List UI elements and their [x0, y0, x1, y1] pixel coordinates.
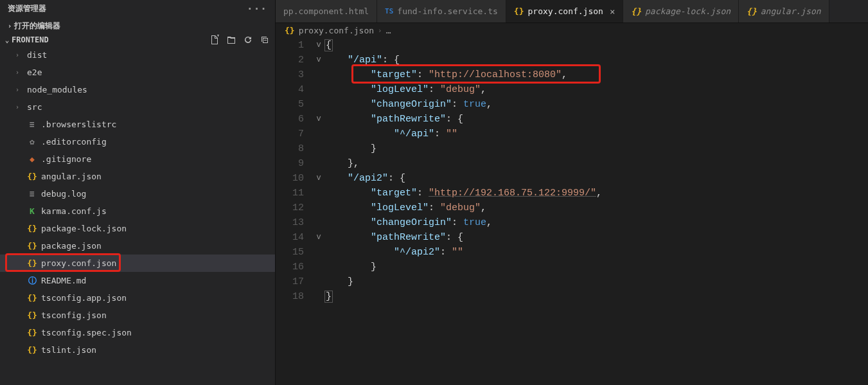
braces-icon: {}: [514, 6, 524, 16]
editor-area: pp.component.html TS fund-info.service.t…: [276, 0, 868, 385]
file-item[interactable]: {}package-lock.json: [0, 220, 275, 237]
tab[interactable]: TS fund-info.service.ts: [377, 0, 506, 22]
file-label: tsconfig.json: [41, 310, 107, 320]
file-item[interactable]: {}package.json: [0, 237, 275, 255]
file-item[interactable]: {}tslint.json: [0, 341, 275, 359]
json-value: "http://192.168.75.122:9999/": [429, 188, 596, 199]
file-item[interactable]: {}tsconfig.app.json: [0, 289, 275, 307]
open-editors-label: 打开的编辑器: [14, 21, 60, 31]
json-key: "changeOrigin": [371, 99, 452, 110]
new-file-icon[interactable]: [209, 35, 220, 45]
file-item[interactable]: {}tsconfig.spec.json: [0, 324, 275, 341]
file-icon: ≡: [27, 189, 37, 199]
folder-item[interactable]: ›node_modules: [0, 81, 275, 98]
braces-icon: {}: [27, 172, 37, 181]
open-editors-header[interactable]: › 打开的编辑器: [0, 19, 275, 33]
brace: {: [324, 39, 333, 51]
project-name: FRONTEND: [12, 35, 49, 44]
explorer-title: 资源管理器: [8, 3, 46, 14]
refresh-icon[interactable]: [243, 35, 253, 45]
file-item[interactable]: ≡debug.log: [0, 185, 275, 202]
braces-icon: {}: [27, 310, 37, 320]
file-label: .gitignore: [41, 154, 91, 164]
new-folder-icon[interactable]: [226, 35, 236, 45]
folder-actions: [209, 35, 270, 45]
json-key: "target": [371, 188, 417, 199]
fold-column[interactable]: vvvvv: [313, 38, 324, 385]
project-header[interactable]: ⌄ FRONTEND: [0, 33, 275, 46]
chevron-right-icon: ›: [15, 103, 23, 111]
json-value: true: [463, 99, 486, 110]
json-value: "": [452, 247, 463, 258]
json-key: "pathRewrite": [371, 232, 446, 243]
file-label: package.json: [41, 241, 102, 251]
file-label: .editorconfig: [41, 137, 107, 147]
file-item[interactable]: ⓘREADME.md: [0, 272, 275, 289]
file-label: debug.log: [41, 189, 86, 199]
json-value: "debug": [440, 84, 481, 95]
file-label: proxy.conf.json: [41, 258, 116, 268]
file-item-active[interactable]: {}proxy.conf.json: [0, 255, 275, 272]
folder-item[interactable]: ›src: [0, 98, 275, 116]
file-item[interactable]: ✿.editorconfig: [0, 133, 275, 150]
braces-icon: {}: [631, 6, 641, 16]
folder-label: node_modules: [27, 85, 87, 94]
file-item[interactable]: {}angular.json: [0, 168, 275, 185]
folder-label: src: [27, 102, 42, 112]
folder-label: dist: [27, 50, 47, 60]
close-icon[interactable]: ×: [610, 6, 615, 17]
ts-icon: TS: [385, 7, 393, 15]
file-item[interactable]: Kkarma.conf.js: [0, 202, 275, 220]
braces-icon: {}: [27, 241, 37, 251]
json-key: "/api": [348, 55, 382, 66]
collapse-all-icon[interactable]: [260, 35, 270, 45]
file-icon: ≡: [27, 120, 37, 129]
json-key: "^/api": [394, 129, 434, 139]
json-key: "target": [371, 69, 417, 80]
breadcrumb-file: proxy.conf.json: [299, 26, 374, 35]
json-key: "^/api2": [394, 247, 440, 258]
json-key: "/api2": [348, 173, 388, 184]
json-key: "changeOrigin": [371, 217, 452, 228]
gear-icon: ✿: [27, 137, 37, 147]
braces-icon: {}: [27, 224, 37, 233]
info-icon: ⓘ: [27, 275, 37, 287]
file-label: .browserslistrc: [41, 120, 116, 129]
karma-icon: K: [27, 206, 37, 216]
folder-item[interactable]: ›dist: [0, 46, 275, 64]
chevron-right-icon: ›: [15, 86, 23, 93]
line-numbers: 123456789101112131415161718: [276, 38, 313, 385]
json-value: "": [446, 129, 457, 139]
json-value: true: [463, 217, 486, 228]
more-icon[interactable]: ···: [247, 3, 267, 15]
tab-label: proxy.conf.json: [528, 6, 603, 16]
tab-label: pp.component.html: [283, 6, 369, 16]
code-content[interactable]: { "/api": { "target": "http://localhost:…: [324, 38, 868, 385]
file-label: angular.json: [41, 172, 102, 181]
chevron-down-icon: ⌄: [3, 36, 12, 44]
tab[interactable]: {} package-lock.json: [623, 0, 739, 22]
file-item[interactable]: ◆.gitignore: [0, 150, 275, 168]
sidebar: 资源管理器 ··· › 打开的编辑器 ⌄ FRONTEND ›dist: [0, 0, 276, 385]
tab-bar: pp.component.html TS fund-info.service.t…: [276, 0, 868, 23]
file-label: tsconfig.app.json: [41, 293, 127, 303]
tab[interactable]: {} angular.json: [739, 0, 829, 22]
file-item[interactable]: ≡.browserslistrc: [0, 116, 275, 133]
tab-label: fund-info.service.ts: [397, 6, 498, 16]
file-label: package-lock.json: [41, 224, 127, 233]
breadcrumb-tail: …: [386, 26, 391, 35]
file-label: karma.conf.js: [41, 206, 107, 216]
json-key: "logLevel": [371, 202, 429, 213]
json-key: "logLevel": [371, 84, 429, 95]
chevron-right-icon: ›: [15, 51, 23, 58]
file-tree: ›dist ›e2e ›node_modules ›src ≡.browsers…: [0, 46, 275, 385]
breadcrumbs[interactable]: {} proxy.conf.json › …: [276, 23, 868, 38]
folder-item[interactable]: ›e2e: [0, 64, 275, 81]
file-label: tslint.json: [41, 345, 96, 355]
tab-active[interactable]: {} proxy.conf.json ×: [506, 0, 624, 22]
chevron-right-icon: ›: [15, 69, 23, 76]
file-item[interactable]: {}tsconfig.json: [0, 307, 275, 324]
tab-label: package-lock.json: [645, 6, 731, 16]
tab[interactable]: pp.component.html: [276, 0, 377, 22]
code-editor[interactable]: 123456789101112131415161718 vvvvv { "/ap…: [276, 38, 868, 385]
